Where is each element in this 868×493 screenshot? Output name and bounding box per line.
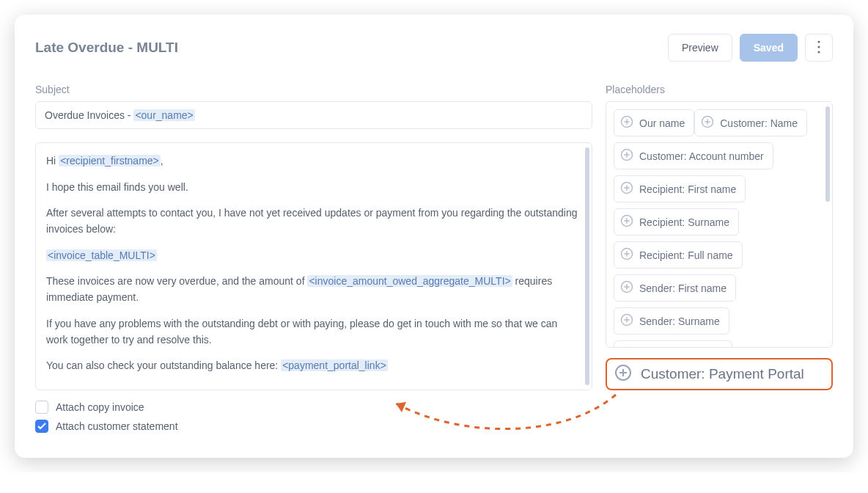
attach-statement-row[interactable]: Attach customer statement (35, 420, 592, 433)
placeholder-item[interactable]: Sender: First name (614, 274, 736, 302)
placeholder-item[interactable]: Our name (614, 109, 694, 136)
token-recipient-firstname: <recipient_firstname> (59, 155, 161, 167)
body-editor-wrap: Hi <recipient_firstname>, I hope this em… (35, 142, 592, 390)
plus-circle-icon (620, 313, 633, 329)
right-column: Placeholders Our nameCustomer: NameCusto… (606, 84, 833, 439)
attachment-options: Attach copy invoice Attach customer stat… (35, 401, 592, 433)
attach-invoice-row[interactable]: Attach copy invoice (35, 401, 592, 414)
placeholder-item-label: Recipient: First name (639, 183, 736, 195)
editor-scrollbar[interactable] (585, 147, 589, 385)
subject-prefix-text: Overdue Invoices - (45, 109, 133, 121)
body-text: After several attempts to contact you, I… (46, 205, 581, 237)
placeholder-payment-portal-highlight[interactable]: Customer: Payment Portal (606, 358, 833, 390)
body-text: If you have any problems with the outsta… (46, 316, 581, 348)
placeholders-label: Placeholders (606, 84, 833, 95)
preview-button[interactable]: Preview (668, 34, 732, 62)
subject-label: Subject (35, 84, 592, 95)
body-row: Subject Overdue Invoices - <our_name> Hi… (35, 84, 833, 439)
placeholder-item[interactable]: Sender: Surname (614, 307, 729, 335)
saved-button[interactable]: Saved (740, 34, 798, 62)
placeholder-item-label: Recipient: Full name (639, 249, 733, 261)
body-text: I hope this email finds you well. (46, 180, 581, 196)
placeholder-item[interactable]: Recipient: Full name (614, 241, 743, 269)
placeholder-item-label: Our name (639, 117, 685, 129)
body-text: These invoices are now very overdue, and… (46, 275, 307, 287)
checkbox-unchecked-icon (35, 401, 48, 414)
header-row: Late Overdue - MULTI Preview Saved (35, 34, 833, 62)
placeholder-item[interactable]: Recipient: First name (614, 175, 746, 202)
more-vertical-icon (817, 40, 820, 55)
placeholder-item-label: Sender: First name (639, 282, 727, 294)
header-actions: Preview Saved (668, 34, 833, 62)
placeholder-item[interactable]: Sender: Full name (614, 340, 732, 348)
body-text: You can also check your outstanding bala… (46, 359, 281, 371)
plus-circle-icon (620, 346, 633, 348)
placeholder-item[interactable]: Customer: Name (694, 109, 807, 136)
more-menu-button[interactable] (805, 34, 833, 62)
placeholders-list: Our nameCustomer: NameCustomer: Account … (606, 101, 833, 348)
left-column: Subject Overdue Invoices - <our_name> Hi… (35, 84, 592, 439)
token-amount-owed: <invoice_amount_owed_aggregate_MULTI> (307, 275, 512, 287)
plus-circle-icon (620, 181, 633, 197)
placeholders-panel: Our nameCustomer: NameCustomer: Account … (606, 101, 833, 348)
placeholder-item[interactable]: Recipient: Surname (614, 208, 739, 235)
svg-point-1 (817, 45, 820, 48)
plus-circle-icon (620, 247, 633, 263)
placeholder-item-label: Customer: Name (720, 117, 798, 129)
plus-circle-icon (620, 115, 633, 131)
attach-invoice-label: Attach copy invoice (56, 401, 144, 413)
plus-circle-icon (614, 364, 632, 384)
attach-statement-label: Attach customer statement (56, 420, 178, 432)
placeholder-item-label: Customer: Account number (639, 150, 764, 162)
body-text: Hi (46, 155, 59, 167)
template-editor-card: Late Overdue - MULTI Preview Saved Subje… (15, 15, 853, 458)
plus-circle-icon (620, 148, 633, 164)
body-text: , (161, 155, 163, 167)
placeholders-scrollbar[interactable] (825, 106, 830, 202)
token-invoice-table: <invoice_table_MULTI> (46, 249, 157, 261)
placeholder-item-label: Sender: Surname (639, 315, 720, 327)
svg-point-2 (817, 51, 820, 53)
subject-token: <our_name> (133, 109, 194, 121)
subject-input[interactable]: Overdue Invoices - <our_name> (35, 101, 592, 129)
plus-circle-icon (620, 280, 633, 296)
placeholder-item-label: Recipient: Surname (639, 216, 729, 228)
token-payment-portal-link: <payment_portal_link> (281, 359, 388, 371)
placeholder-payment-portal-label: Customer: Payment Portal (641, 366, 804, 382)
body-editor[interactable]: Hi <recipient_firstname>, I hope this em… (36, 143, 592, 390)
svg-point-0 (817, 40, 820, 43)
svg-point-11 (622, 348, 633, 348)
plus-circle-icon (701, 115, 714, 131)
page-title: Late Overdue - MULTI (35, 40, 178, 56)
placeholder-item[interactable]: Customer: Account number (614, 142, 773, 169)
plus-circle-icon (620, 214, 633, 230)
checkbox-checked-icon (35, 420, 48, 433)
